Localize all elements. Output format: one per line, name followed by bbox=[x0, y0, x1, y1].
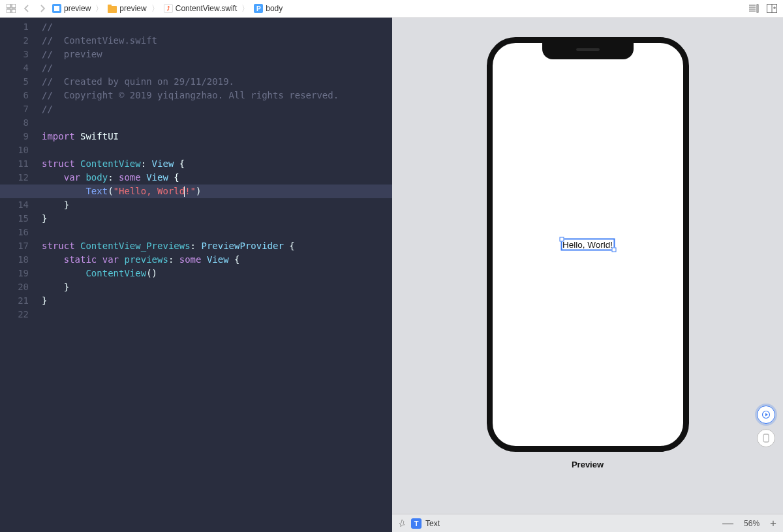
swift-file-icon: ⤴ bbox=[164, 4, 173, 13]
code-line[interactable]: // bbox=[38, 61, 392, 75]
code-line[interactable]: } bbox=[38, 198, 392, 212]
svg-rect-2 bbox=[7, 9, 10, 13]
line-number: 18 bbox=[0, 253, 38, 267]
device-notch bbox=[542, 42, 634, 59]
code-line[interactable]: // preview bbox=[38, 48, 392, 61]
breadcrumb-symbol-label: body bbox=[266, 4, 283, 13]
code-line[interactable]: } bbox=[38, 294, 392, 308]
code-line[interactable]: // bbox=[38, 102, 392, 116]
live-preview-play-button[interactable] bbox=[757, 406, 775, 424]
code-line[interactable] bbox=[38, 308, 392, 321]
code-line[interactable]: } bbox=[38, 212, 392, 226]
breadcrumb-folder[interactable]: preview bbox=[108, 4, 146, 13]
line-number: 7 bbox=[0, 102, 38, 116]
code-line[interactable]: // ContentView.swift bbox=[38, 34, 392, 48]
line-number: 6 bbox=[0, 89, 38, 102]
property-icon: P bbox=[254, 4, 263, 13]
code-line[interactable] bbox=[38, 143, 392, 157]
breadcrumb-separator: 〉 bbox=[151, 3, 160, 14]
code-line[interactable]: Text("Hello, World!") bbox=[0, 185, 392, 198]
code-line[interactable]: import SwiftUI bbox=[38, 130, 392, 143]
breadcrumb-project[interactable]: preview bbox=[52, 4, 91, 13]
zoom-in-button[interactable]: + bbox=[770, 517, 776, 530]
line-number: 5 bbox=[0, 75, 38, 89]
code-editor[interactable]: 12345678910111213141516171819202122 ////… bbox=[0, 18, 392, 532]
svg-rect-10 bbox=[763, 434, 769, 442]
svg-rect-0 bbox=[7, 4, 10, 8]
element-type-label: Text bbox=[425, 519, 440, 528]
line-number: 19 bbox=[0, 267, 38, 280]
code-line[interactable]: struct ContentView_Previews: PreviewProv… bbox=[38, 239, 392, 253]
line-number: 8 bbox=[0, 116, 38, 130]
back-icon[interactable] bbox=[21, 3, 33, 14]
preview-label: Preview bbox=[572, 460, 604, 469]
project-icon bbox=[52, 4, 61, 13]
breadcrumb-file-label: ContentView.swift bbox=[176, 4, 238, 13]
breadcrumb-project-label: preview bbox=[64, 4, 91, 13]
svg-rect-4 bbox=[757, 5, 758, 12]
forward-icon[interactable] bbox=[37, 3, 48, 14]
related-items-icon[interactable] bbox=[5, 3, 17, 14]
code-line[interactable]: var body: some View { bbox=[38, 171, 392, 185]
line-number: 1 bbox=[0, 20, 38, 34]
code-line[interactable]: struct ContentView: View { bbox=[38, 157, 392, 171]
breadcrumb-folder-label: preview bbox=[119, 4, 146, 13]
code-line[interactable]: // bbox=[38, 20, 392, 34]
preview-canvas: Hello, World! Preview T Text — 56% + bbox=[392, 18, 783, 532]
code-line[interactable]: // Created by quinn on 29/11/2019. bbox=[38, 75, 392, 89]
assistant-editor-icon[interactable] bbox=[766, 3, 778, 14]
preview-device-settings-button[interactable] bbox=[757, 429, 775, 447]
preview-bottom-bar: T Text — 56% + bbox=[392, 514, 783, 532]
line-number: 10 bbox=[0, 143, 38, 157]
breadcrumb-file[interactable]: ⤴ ContentView.swift bbox=[164, 4, 238, 13]
line-number: 22 bbox=[0, 308, 38, 321]
line-number: 9 bbox=[0, 130, 38, 143]
zoom-level: 56% bbox=[744, 519, 760, 528]
line-number: 20 bbox=[0, 280, 38, 294]
breadcrumb-separator: 〉 bbox=[241, 3, 250, 14]
breadcrumb-symbol[interactable]: P body bbox=[254, 4, 283, 13]
line-number: 14 bbox=[0, 198, 38, 212]
code-line[interactable] bbox=[38, 226, 392, 239]
svg-rect-3 bbox=[12, 9, 16, 13]
code-area[interactable]: //// ContentView.swift// preview//// Cre… bbox=[38, 18, 392, 532]
code-line[interactable]: } bbox=[38, 280, 392, 294]
element-type-icon: T bbox=[411, 518, 422, 529]
breadcrumb-separator: 〉 bbox=[95, 3, 104, 14]
line-number-gutter: 12345678910111213141516171819202122 bbox=[0, 18, 38, 532]
svg-rect-1 bbox=[12, 4, 16, 8]
line-number: 21 bbox=[0, 294, 38, 308]
code-line[interactable] bbox=[38, 116, 392, 130]
breadcrumb-bar: preview 〉 preview 〉 ⤴ ContentView.swift … bbox=[0, 0, 783, 18]
pin-icon[interactable] bbox=[399, 519, 407, 527]
line-number: 16 bbox=[0, 226, 38, 239]
zoom-out-button[interactable]: — bbox=[722, 517, 733, 530]
folder-icon bbox=[108, 6, 117, 13]
line-number: 2 bbox=[0, 34, 38, 48]
line-number: 3 bbox=[0, 48, 38, 61]
line-number: 15 bbox=[0, 212, 38, 226]
code-line[interactable]: static var previews: some View { bbox=[38, 253, 392, 267]
line-number: 11 bbox=[0, 157, 38, 171]
line-number: 4 bbox=[0, 61, 38, 75]
preview-selected-text[interactable]: Hello, World! bbox=[560, 239, 615, 251]
line-number: 12 bbox=[0, 171, 38, 185]
minimap-toggle-icon[interactable] bbox=[748, 3, 760, 14]
code-line[interactable]: // Copyright © 2019 yiqiangzhao. All rig… bbox=[38, 89, 392, 102]
code-line[interactable]: ContentView() bbox=[38, 267, 392, 280]
device-frame[interactable]: Hello, World! bbox=[487, 37, 689, 452]
line-number: 17 bbox=[0, 239, 38, 253]
